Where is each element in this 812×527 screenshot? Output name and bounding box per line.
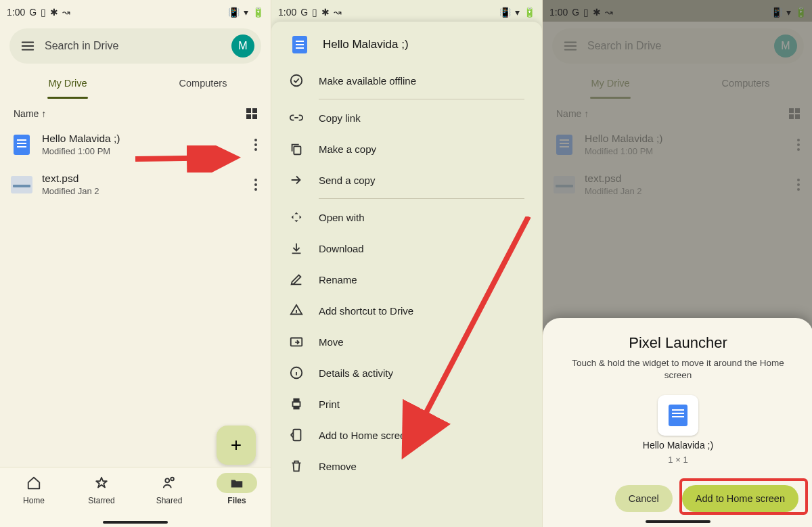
link-icon bbox=[289, 110, 304, 125]
g-icon: G bbox=[29, 7, 37, 18]
clock: 1:00 bbox=[7, 7, 25, 18]
svg-rect-7 bbox=[293, 430, 300, 441]
menu-print[interactable]: Print bbox=[289, 388, 524, 419]
wifi-icon: ▾ bbox=[515, 7, 520, 18]
list-header: Name ↑ bbox=[0, 99, 271, 124]
tabs: My Drive Computers bbox=[0, 68, 271, 99]
menu-move[interactable]: Move bbox=[289, 326, 524, 357]
nav-shared[interactable]: Shared bbox=[135, 473, 203, 527]
docs-icon bbox=[669, 405, 687, 426]
search-placeholder: Search in Drive bbox=[45, 40, 222, 52]
print-icon bbox=[289, 396, 304, 411]
menu-rename[interactable]: Rename bbox=[289, 264, 524, 295]
dots-icon: ↝ bbox=[334, 7, 342, 18]
screenshot-drive-files: 1:00 G ▯ ✱ ↝ 📳 ▾ 🔋 Search in Drive M My … bbox=[0, 0, 271, 527]
screenshot-add-widget: 1:00 G ▯ ✱ ↝ 📳 ▾ 🔋 Search in Drive M My … bbox=[543, 0, 812, 527]
docs-icon bbox=[11, 134, 32, 156]
plus-icon: + bbox=[231, 436, 242, 455]
clock: 1:00 bbox=[278, 7, 296, 18]
menu-shortcut[interactable]: Add shortcut to Drive bbox=[289, 295, 524, 326]
rename-icon bbox=[289, 272, 304, 287]
grid-view-icon[interactable] bbox=[246, 108, 257, 119]
widget-name: Hello Malavida ;) bbox=[643, 440, 713, 451]
bottom-nav: Home Starred Shared Files bbox=[0, 467, 271, 527]
file-row[interactable]: Hello Malavida ;) Modified 1:00 PM bbox=[9, 124, 261, 164]
account-avatar[interactable]: M bbox=[231, 35, 254, 58]
fan-icon: ✱ bbox=[50, 7, 58, 18]
dialog-title: Pixel Launcher bbox=[558, 334, 798, 352]
file-row[interactable]: text.psd Modified Jan 2 bbox=[9, 164, 261, 204]
people-icon bbox=[162, 476, 177, 490]
widget-preview[interactable]: Hello Malavida ;) 1 × 1 bbox=[558, 395, 798, 465]
dialog-subtitle: Touch & hold the widget to move it aroun… bbox=[564, 357, 792, 382]
offline-icon bbox=[289, 73, 304, 88]
move-icon bbox=[289, 334, 304, 349]
menu-copy-link[interactable]: Copy link bbox=[289, 102, 524, 133]
g-icon: G bbox=[300, 7, 308, 18]
phone-icon: ▯ bbox=[312, 7, 317, 18]
sort-button[interactable]: Name ↑ bbox=[14, 108, 46, 119]
add-home-icon bbox=[289, 428, 304, 442]
menu-details[interactable]: Details & activity bbox=[289, 357, 524, 388]
info-icon bbox=[289, 365, 304, 380]
dots-icon: ↝ bbox=[62, 7, 70, 18]
bottom-sheet: Hello Malavida ;) Make available offline… bbox=[271, 22, 542, 527]
svg-point-2 bbox=[291, 75, 302, 87]
open-with-icon bbox=[289, 210, 304, 225]
menu-icon[interactable] bbox=[20, 39, 35, 53]
fab-new[interactable]: + bbox=[217, 426, 256, 465]
drive-shortcut-icon bbox=[289, 303, 304, 318]
more-icon[interactable] bbox=[252, 175, 260, 195]
tab-my-drive[interactable]: My Drive bbox=[0, 68, 135, 99]
nav-files[interactable]: Files bbox=[203, 473, 271, 527]
svg-rect-3 bbox=[294, 146, 300, 154]
file-modified: Modified 1:00 PM bbox=[42, 146, 242, 156]
download-icon bbox=[289, 241, 304, 256]
svg-point-0 bbox=[165, 478, 169, 482]
folder-icon bbox=[229, 476, 244, 490]
file-name: Hello Malavida ;) bbox=[42, 133, 242, 145]
psd-icon bbox=[11, 174, 32, 196]
widget-size: 1 × 1 bbox=[668, 455, 687, 465]
menu-download[interactable]: Download bbox=[289, 233, 524, 264]
status-bar: 1:00 G ▯ ✱ ↝ 📳 ▾ 🔋 bbox=[0, 0, 271, 22]
annotation-highlight bbox=[679, 478, 808, 515]
search-bar[interactable]: Search in Drive M bbox=[9, 28, 261, 64]
menu-add-home[interactable]: Add to Home screen bbox=[289, 419, 524, 451]
more-icon[interactable] bbox=[252, 135, 260, 155]
arrow-up-icon: ↑ bbox=[41, 108, 46, 119]
battery-icon: 🔋 bbox=[252, 7, 264, 18]
fan-icon: ✱ bbox=[321, 7, 330, 18]
menu-offline[interactable]: Make available offline bbox=[289, 65, 524, 96]
home-icon bbox=[26, 476, 41, 490]
nav-starred[interactable]: Starred bbox=[68, 473, 135, 527]
svg-rect-6 bbox=[293, 402, 300, 406]
status-bar: 1:00 G ▯ ✱ ↝ 📳 ▾ 🔋 bbox=[271, 0, 542, 22]
menu-remove[interactable]: Remove bbox=[289, 451, 524, 482]
battery-icon: 🔋 bbox=[524, 7, 535, 18]
sheet-title: Hello Malavida ;) bbox=[323, 38, 409, 51]
menu-open-with[interactable]: Open with bbox=[289, 202, 524, 233]
file-modified: Modified Jan 2 bbox=[42, 186, 242, 196]
nav-handle[interactable] bbox=[103, 521, 168, 524]
vibrate-icon: 📳 bbox=[228, 7, 240, 18]
docs-icon bbox=[289, 34, 311, 55]
tab-computers[interactable]: Computers bbox=[135, 68, 271, 99]
send-icon bbox=[289, 173, 304, 187]
star-icon bbox=[94, 476, 109, 490]
file-name: text.psd bbox=[42, 173, 242, 185]
vibrate-icon: 📳 bbox=[499, 7, 511, 18]
wifi-icon: ▾ bbox=[244, 7, 248, 18]
copy-icon bbox=[289, 141, 304, 156]
phone-icon: ▯ bbox=[41, 7, 46, 18]
menu-make-copy[interactable]: Make a copy bbox=[289, 133, 524, 164]
cancel-button[interactable]: Cancel bbox=[615, 485, 673, 512]
trash-icon bbox=[289, 459, 304, 474]
menu-send-copy[interactable]: Send a copy bbox=[289, 164, 524, 196]
nav-handle[interactable] bbox=[646, 520, 710, 523]
nav-home[interactable]: Home bbox=[0, 473, 68, 527]
screenshot-context-menu: 1:00 G ▯ ✱ ↝ 📳 ▾ 🔋 Hello Malavida ;) Mak… bbox=[271, 0, 543, 527]
